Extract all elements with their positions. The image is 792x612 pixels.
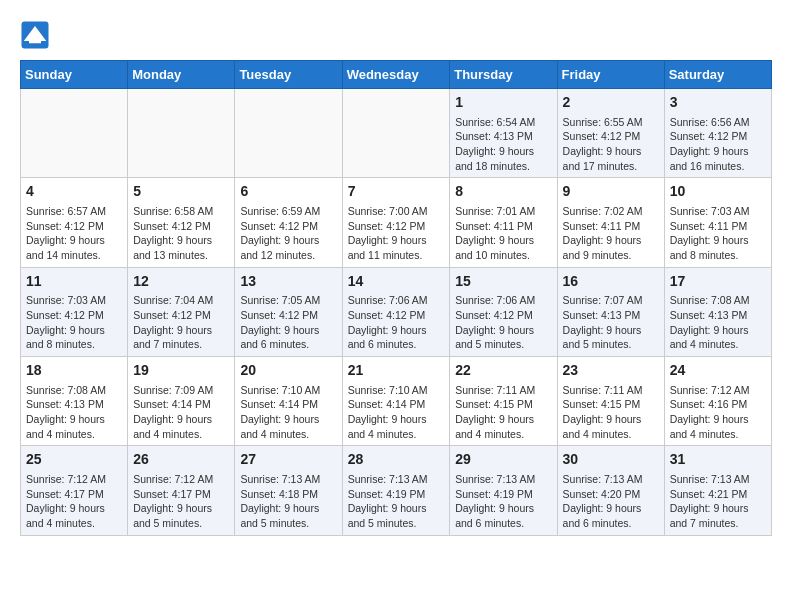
- calendar-cell: 26Sunrise: 7:12 AMSunset: 4:17 PMDayligh…: [128, 446, 235, 535]
- logo: [20, 20, 52, 50]
- sunset: Sunset: 4:11 PM: [455, 219, 551, 234]
- sunrise: Sunrise: 6:55 AM: [563, 115, 659, 130]
- day-number: 24: [670, 361, 766, 381]
- day-number: 18: [26, 361, 122, 381]
- daylight: Daylight: 9 hours and 5 minutes.: [133, 501, 229, 530]
- day-number: 17: [670, 272, 766, 292]
- sunset: Sunset: 4:11 PM: [563, 219, 659, 234]
- day-number: 9: [563, 182, 659, 202]
- day-number: 13: [240, 272, 336, 292]
- sunset: Sunset: 4:12 PM: [26, 219, 122, 234]
- calendar-cell: 19Sunrise: 7:09 AMSunset: 4:14 PMDayligh…: [128, 357, 235, 446]
- daylight: Daylight: 9 hours and 10 minutes.: [455, 233, 551, 262]
- day-number: 3: [670, 93, 766, 113]
- calendar-cell: [128, 89, 235, 178]
- sunset: Sunset: 4:15 PM: [563, 397, 659, 412]
- calendar-cell: 18Sunrise: 7:08 AMSunset: 4:13 PMDayligh…: [21, 357, 128, 446]
- calendar-cell: 4Sunrise: 6:57 AMSunset: 4:12 PMDaylight…: [21, 178, 128, 267]
- day-number: 22: [455, 361, 551, 381]
- calendar-cell: [342, 89, 450, 178]
- calendar-cell: 20Sunrise: 7:10 AMSunset: 4:14 PMDayligh…: [235, 357, 342, 446]
- daylight: Daylight: 9 hours and 5 minutes.: [563, 323, 659, 352]
- sunrise: Sunrise: 7:12 AM: [26, 472, 122, 487]
- calendar-cell: 31Sunrise: 7:13 AMSunset: 4:21 PMDayligh…: [664, 446, 771, 535]
- daylight: Daylight: 9 hours and 4 minutes.: [670, 412, 766, 441]
- daylight: Daylight: 9 hours and 6 minutes.: [240, 323, 336, 352]
- sunset: Sunset: 4:12 PM: [133, 219, 229, 234]
- sunrise: Sunrise: 7:08 AM: [26, 383, 122, 398]
- calendar-cell: 22Sunrise: 7:11 AMSunset: 4:15 PMDayligh…: [450, 357, 557, 446]
- sunset: Sunset: 4:18 PM: [240, 487, 336, 502]
- header-tuesday: Tuesday: [235, 61, 342, 89]
- sunrise: Sunrise: 7:06 AM: [348, 293, 445, 308]
- daylight: Daylight: 9 hours and 17 minutes.: [563, 144, 659, 173]
- sunrise: Sunrise: 6:58 AM: [133, 204, 229, 219]
- sunrise: Sunrise: 7:06 AM: [455, 293, 551, 308]
- calendar-cell: 16Sunrise: 7:07 AMSunset: 4:13 PMDayligh…: [557, 267, 664, 356]
- sunset: Sunset: 4:14 PM: [240, 397, 336, 412]
- day-number: 6: [240, 182, 336, 202]
- sunrise: Sunrise: 7:00 AM: [348, 204, 445, 219]
- daylight: Daylight: 9 hours and 4 minutes.: [26, 412, 122, 441]
- day-number: 10: [670, 182, 766, 202]
- day-number: 19: [133, 361, 229, 381]
- sunset: Sunset: 4:12 PM: [455, 308, 551, 323]
- calendar-cell: 24Sunrise: 7:12 AMSunset: 4:16 PMDayligh…: [664, 357, 771, 446]
- sunrise: Sunrise: 7:07 AM: [563, 293, 659, 308]
- calendar-cell: 12Sunrise: 7:04 AMSunset: 4:12 PMDayligh…: [128, 267, 235, 356]
- sunset: Sunset: 4:13 PM: [26, 397, 122, 412]
- week-row-3: 11Sunrise: 7:03 AMSunset: 4:12 PMDayligh…: [21, 267, 772, 356]
- calendar-cell: 6Sunrise: 6:59 AMSunset: 4:12 PMDaylight…: [235, 178, 342, 267]
- calendar-cell: 7Sunrise: 7:00 AMSunset: 4:12 PMDaylight…: [342, 178, 450, 267]
- calendar-header-row: SundayMondayTuesdayWednesdayThursdayFrid…: [21, 61, 772, 89]
- calendar-cell: 14Sunrise: 7:06 AMSunset: 4:12 PMDayligh…: [342, 267, 450, 356]
- daylight: Daylight: 9 hours and 11 minutes.: [348, 233, 445, 262]
- sunset: Sunset: 4:16 PM: [670, 397, 766, 412]
- sunset: Sunset: 4:12 PM: [240, 308, 336, 323]
- day-number: 21: [348, 361, 445, 381]
- svg-rect-2: [29, 40, 41, 44]
- header-thursday: Thursday: [450, 61, 557, 89]
- daylight: Daylight: 9 hours and 13 minutes.: [133, 233, 229, 262]
- calendar-cell: 10Sunrise: 7:03 AMSunset: 4:11 PMDayligh…: [664, 178, 771, 267]
- sunset: Sunset: 4:12 PM: [348, 219, 445, 234]
- week-row-5: 25Sunrise: 7:12 AMSunset: 4:17 PMDayligh…: [21, 446, 772, 535]
- calendar-cell: 11Sunrise: 7:03 AMSunset: 4:12 PMDayligh…: [21, 267, 128, 356]
- calendar-cell: 1Sunrise: 6:54 AMSunset: 4:13 PMDaylight…: [450, 89, 557, 178]
- daylight: Daylight: 9 hours and 9 minutes.: [563, 233, 659, 262]
- calendar-cell: 25Sunrise: 7:12 AMSunset: 4:17 PMDayligh…: [21, 446, 128, 535]
- sunset: Sunset: 4:17 PM: [133, 487, 229, 502]
- calendar-cell: [235, 89, 342, 178]
- header-sunday: Sunday: [21, 61, 128, 89]
- sunset: Sunset: 4:19 PM: [348, 487, 445, 502]
- day-number: 27: [240, 450, 336, 470]
- day-number: 8: [455, 182, 551, 202]
- daylight: Daylight: 9 hours and 5 minutes.: [240, 501, 336, 530]
- day-number: 4: [26, 182, 122, 202]
- sunset: Sunset: 4:21 PM: [670, 487, 766, 502]
- day-number: 2: [563, 93, 659, 113]
- sunset: Sunset: 4:15 PM: [455, 397, 551, 412]
- calendar-cell: 13Sunrise: 7:05 AMSunset: 4:12 PMDayligh…: [235, 267, 342, 356]
- day-number: 28: [348, 450, 445, 470]
- calendar-cell: 17Sunrise: 7:08 AMSunset: 4:13 PMDayligh…: [664, 267, 771, 356]
- sunrise: Sunrise: 6:57 AM: [26, 204, 122, 219]
- daylight: Daylight: 9 hours and 14 minutes.: [26, 233, 122, 262]
- daylight: Daylight: 9 hours and 4 minutes.: [240, 412, 336, 441]
- sunrise: Sunrise: 6:59 AM: [240, 204, 336, 219]
- sunrise: Sunrise: 7:13 AM: [563, 472, 659, 487]
- daylight: Daylight: 9 hours and 7 minutes.: [133, 323, 229, 352]
- day-number: 26: [133, 450, 229, 470]
- header-monday: Monday: [128, 61, 235, 89]
- daylight: Daylight: 9 hours and 4 minutes.: [26, 501, 122, 530]
- day-number: 29: [455, 450, 551, 470]
- sunset: Sunset: 4:12 PM: [670, 129, 766, 144]
- daylight: Daylight: 9 hours and 8 minutes.: [26, 323, 122, 352]
- day-number: 11: [26, 272, 122, 292]
- sunrise: Sunrise: 7:13 AM: [240, 472, 336, 487]
- sunset: Sunset: 4:11 PM: [670, 219, 766, 234]
- daylight: Daylight: 9 hours and 4 minutes.: [563, 412, 659, 441]
- day-number: 23: [563, 361, 659, 381]
- sunrise: Sunrise: 7:02 AM: [563, 204, 659, 219]
- daylight: Daylight: 9 hours and 8 minutes.: [670, 233, 766, 262]
